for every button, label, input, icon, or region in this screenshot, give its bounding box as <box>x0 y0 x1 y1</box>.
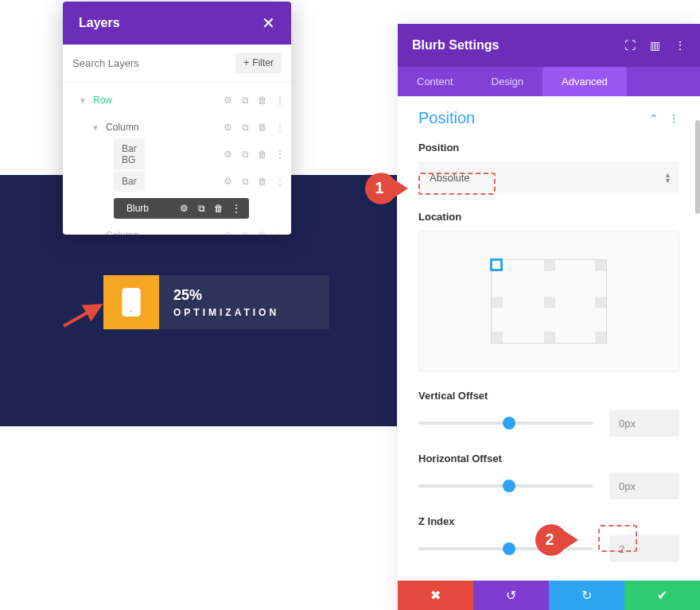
anchor-top-center[interactable] <box>544 260 555 271</box>
anchor-top-left[interactable] <box>490 258 503 271</box>
svg-text:2: 2 <box>545 530 554 548</box>
trash-icon[interactable]: 🗑 <box>258 95 267 106</box>
gear-icon[interactable]: ⚙ <box>223 122 232 133</box>
slider-thumb[interactable] <box>503 480 515 492</box>
chevron-up-icon[interactable]: ⌃ <box>649 112 659 125</box>
dots-icon[interactable]: ⋮ <box>675 39 686 52</box>
voffset-slider[interactable] <box>418 422 593 425</box>
dots-icon[interactable]: ⋮ <box>275 95 285 106</box>
gear-icon[interactable]: ⚙ <box>223 95 232 106</box>
action-bar: ✖ ↺ ↻ ✔ <box>398 581 700 610</box>
duplicate-icon[interactable]: ⧉ <box>240 149 250 160</box>
dots-icon[interactable]: ⋮ <box>275 230 285 235</box>
tab-content[interactable]: Content <box>398 67 472 96</box>
trash-icon[interactable]: 🗑 <box>258 122 267 133</box>
settings-title: Blurb Settings <box>412 38 499 52</box>
tab-advanced[interactable]: Advanced <box>542 67 627 96</box>
zindex-value[interactable]: 2 <box>609 535 679 562</box>
callout-number-2: 2 <box>535 523 578 558</box>
duplicate-icon[interactable]: ⧉ <box>240 95 250 106</box>
layer-controls: ⚙ ⧉ 🗑 ⋮ <box>223 230 285 235</box>
layer-tree: ▼ Row ⚙ ⧉ 🗑 ⋮ ▼ Column ⚙ ⧉ 🗑 ⋮ Bar BG ⚙ <box>63 82 291 235</box>
badge-percent: 25% <box>173 287 279 304</box>
gear-icon[interactable]: ⚙ <box>179 203 189 214</box>
chevron-right-icon[interactable]: ▸ <box>90 231 101 235</box>
dots-icon[interactable]: ⋮ <box>275 176 285 187</box>
header-icons: ⛶ ▥ ⋮ <box>624 39 686 52</box>
layer-controls: ⚙ ⧉ 🗑 ⋮ <box>223 176 285 187</box>
dots-icon[interactable]: ⋮ <box>231 203 241 214</box>
trash-icon[interactable]: 🗑 <box>214 203 224 214</box>
search-input[interactable] <box>72 57 229 69</box>
anchor-bottom-center[interactable] <box>544 332 555 343</box>
chevron-down-icon[interactable]: ▼ <box>90 123 101 132</box>
gear-icon[interactable]: ⚙ <box>223 176 232 187</box>
layer-name: Blurb <box>122 203 149 214</box>
cancel-button[interactable]: ✖ <box>398 581 473 610</box>
position-select[interactable]: Absolute ▴▾ <box>418 161 679 193</box>
badge-text: 25% OPTIMIZATION <box>159 287 279 318</box>
selected-pill: Blurb ⚙ ⧉ 🗑 ⋮ <box>114 198 249 219</box>
trash-icon[interactable]: 🗑 <box>258 230 267 235</box>
svg-line-2 <box>64 305 100 326</box>
position-value: Absolute <box>430 172 470 184</box>
layers-title: Layers <box>79 16 120 30</box>
svg-text:1: 1 <box>375 179 383 196</box>
hoffset-slider[interactable] <box>418 484 593 488</box>
duplicate-icon[interactable]: ⧉ <box>196 203 206 214</box>
anchor-middle-right[interactable] <box>595 297 606 308</box>
confirm-button[interactable]: ✔ <box>624 581 700 610</box>
hoffset-value[interactable]: 0px <box>609 472 679 499</box>
dots-icon[interactable]: ⋮ <box>275 149 285 160</box>
layer-module[interactable]: Bar ⚙ ⧉ 🗑 ⋮ <box>63 168 291 195</box>
dots-icon[interactable]: ⋮ <box>275 122 285 133</box>
layers-header: Layers ✕ <box>63 2 291 45</box>
anchor-middle-left[interactable] <box>492 297 503 308</box>
voffset-label: Vertical Offset <box>418 390 679 402</box>
layer-name: Column <box>101 230 223 235</box>
layer-module[interactable]: Bar BG ⚙ ⧉ 🗑 ⋮ <box>63 141 291 168</box>
layer-controls: ⚙ ⧉ 🗑 ⋮ <box>179 203 241 214</box>
anchor-bottom-right[interactable] <box>595 332 606 343</box>
layers-search-row: + Filter <box>63 45 291 82</box>
duplicate-icon[interactable]: ⧉ <box>240 230 250 235</box>
section-title: Position <box>418 109 475 127</box>
layer-column[interactable]: ▼ Column ⚙ ⧉ 🗑 ⋮ <box>63 114 291 141</box>
columns-icon[interactable]: ▥ <box>650 39 660 52</box>
voffset-value[interactable]: 0px <box>609 410 679 437</box>
slider-thumb[interactable] <box>503 417 515 429</box>
slider-thumb[interactable] <box>503 542 515 555</box>
trash-icon[interactable]: 🗑 <box>258 149 267 160</box>
layer-row[interactable]: ▼ Row ⚙ ⧉ 🗑 ⋮ <box>63 87 291 114</box>
undo-button[interactable]: ↺ <box>473 581 549 610</box>
badge-label: OPTIMIZATION <box>173 307 279 318</box>
anchor-bottom-left[interactable] <box>492 332 503 343</box>
trash-icon[interactable]: 🗑 <box>258 176 267 187</box>
gear-icon[interactable]: ⚙ <box>223 149 232 160</box>
expand-icon[interactable]: ⛶ <box>624 39 636 52</box>
filter-button[interactable]: + Filter <box>235 52 282 73</box>
location-label: Location <box>418 211 679 223</box>
gear-icon[interactable]: ⚙ <box>223 230 232 235</box>
close-icon[interactable]: ✕ <box>262 14 275 33</box>
section-header[interactable]: Position ⌃ ⋮ <box>418 109 679 127</box>
voffset-row: 0px <box>418 410 679 437</box>
svg-point-1 <box>130 310 133 313</box>
layer-module-selected[interactable]: Blurb ⚙ ⧉ 🗑 ⋮ <box>63 195 291 222</box>
phone-icon <box>103 275 159 329</box>
anchor-top-right[interactable] <box>595 260 606 271</box>
layer-name: Row <box>88 95 223 106</box>
dots-icon[interactable]: ⋮ <box>668 112 679 125</box>
layer-controls: ⚙ ⧉ 🗑 ⋮ <box>223 95 285 106</box>
filter-label: Filter <box>252 57 274 68</box>
scrollbar[interactable] <box>695 120 700 214</box>
duplicate-icon[interactable]: ⧉ <box>240 176 250 187</box>
hoffset-row: 0px <box>418 472 679 499</box>
tab-design[interactable]: Design <box>472 67 542 96</box>
redo-button[interactable]: ↻ <box>549 581 624 610</box>
duplicate-icon[interactable]: ⧉ <box>240 122 250 133</box>
anchor-middle-center[interactable] <box>544 297 555 308</box>
chevron-down-icon[interactable]: ▼ <box>77 96 88 105</box>
layer-controls: ⚙ ⧉ 🗑 ⋮ <box>223 122 285 133</box>
layer-column[interactable]: ▸ Column ⚙ ⧉ 🗑 ⋮ <box>63 222 291 235</box>
